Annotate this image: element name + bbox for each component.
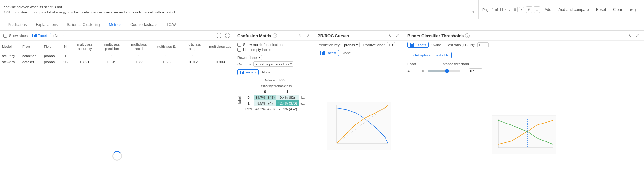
row0-model: sst2-tiny [0, 53, 21, 59]
matrix-empty1 [236, 89, 243, 95]
metrics-table-container: Model From Field N multiclass accuracy m… [0, 41, 234, 118]
col-header-field: Field [42, 41, 60, 53]
binary-facets-icon [410, 43, 414, 47]
cols-chevron: ▾ [290, 62, 292, 66]
get-optimal-button[interactable]: Get optimal thresholds [411, 52, 452, 58]
row1-aucpr: 0.912 [180, 59, 207, 65]
copy-icon[interactable]: ⎘ [526, 6, 532, 13]
metrics-expand-icon[interactable]: ⛶ [216, 33, 222, 38]
loading-spinner [112, 151, 122, 161]
page-next-btn[interactable]: › [509, 7, 511, 12]
binary-title: Binary Classifier Thresholds [407, 33, 464, 38]
matrix-row-0: 0 [243, 95, 254, 100]
matrix-total-empty [236, 106, 243, 112]
rows-chevron: ▾ [258, 56, 260, 60]
binary-shrink-icon[interactable]: ⤡ [627, 33, 633, 38]
top-right-controls: Page 1 of 11 ‹ › ⊞ ⤢ ⎘ ↓ Add Add and com… [479, 0, 644, 19]
pred-key-select[interactable]: probas ▾ [343, 42, 360, 47]
page-expand-icon[interactable]: ⤢ [519, 7, 524, 12]
pos-label-label: Positive label: [363, 43, 385, 47]
binary-facets-btn[interactable]: Facets [407, 42, 429, 48]
confusion-controls: Show matrix for selection Hide empty lab… [234, 41, 314, 54]
metrics-fullscreen-icon[interactable]: ⛶ [224, 33, 231, 38]
metrics-facets-btn[interactable]: Facets [30, 33, 51, 38]
confusion-facets-row: Facets : None [234, 68, 314, 76]
binary-none-label: : None [431, 43, 441, 47]
sort-desc-icon[interactable]: ↓ [638, 7, 640, 12]
binary-help-icon[interactable]: ? [465, 33, 470, 38]
show-matrix-row: Show matrix for selection [237, 43, 311, 47]
matrix-cell-10: 8.5% (74) [254, 100, 276, 106]
text-content-area: convincing even when its script is not .… [0, 0, 479, 19]
confusion-help-icon[interactable]: ? [273, 33, 277, 38]
binary-classifier-panel: Binary Classifier Thresholds ? ⤡ ⤢ Facet… [404, 31, 644, 188]
binary-panel-icons: ⤡ ⤢ [627, 33, 640, 38]
sort-icons: ⇔ ↑ ↓ [629, 7, 640, 12]
matrix-row1-extra: 5… [299, 100, 307, 106]
row0-f1: 1 [153, 53, 180, 59]
confusion-expand-icon[interactable]: ⤢ [305, 33, 311, 38]
row0-aucpr: 1 [180, 53, 207, 59]
metrics-facets-label: Facets [38, 34, 48, 38]
columns-icon[interactable]: ⇔ [629, 7, 633, 12]
threshold-value-input[interactable] [469, 68, 482, 73]
rows-select[interactable]: label ▾ [249, 55, 262, 60]
cost-ratio-input[interactable] [477, 42, 489, 47]
matrix-corner-empty2 [243, 83, 254, 89]
tab-tcav[interactable]: TCAV [162, 20, 180, 30]
rows-selector: Rows: label ▾ [237, 55, 311, 60]
show-matrix-checkbox[interactable] [237, 43, 241, 47]
tab-counterfactuals[interactable]: Counterfactuals [126, 20, 161, 30]
row-number: 128 [4, 10, 13, 14]
binary-facets-label: Facets [416, 43, 426, 47]
matrix-total-label: Total [243, 106, 254, 112]
facet-col-header: Facet [407, 62, 423, 66]
show-slices-checkbox[interactable] [3, 34, 7, 38]
prroc-expand-icon[interactable]: ⤢ [395, 33, 401, 38]
prroc-facets-icon [320, 51, 325, 55]
row1-f1: 0.826 [153, 59, 180, 65]
confusion-facets-btn[interactable]: Facets [237, 69, 259, 75]
confusion-shrink-icon[interactable]: ⤡ [297, 33, 303, 38]
tab-explanations[interactable]: Explanations [32, 20, 62, 30]
threshold-slider-thumb[interactable] [445, 69, 449, 73]
confusion-row-col-selectors: Rows: label ▾ Columns: sst2-tiny:probas:… [234, 54, 314, 68]
download-icon[interactable]: ↓ [534, 6, 540, 13]
row1-n: 872 [60, 59, 72, 65]
confusion-none-label: : None [260, 70, 270, 74]
pos-label-select[interactable]: 1 ▾ [387, 42, 395, 47]
prroc-shrink-icon[interactable]: ⤡ [387, 33, 393, 38]
matrix-data-row-1: 1 8.5% (74) 42.4% (370) 5… [236, 100, 307, 106]
threshold-slider-track[interactable] [428, 70, 460, 72]
page-grid-icon[interactable]: ⊞ [513, 7, 518, 12]
sort-asc-icon[interactable]: ↑ [634, 7, 637, 12]
row1-recall: 0.833 [125, 59, 152, 65]
col-header-mc-accuracy: multiclass accuracy [71, 41, 98, 53]
pred-key-value: probas [344, 43, 355, 47]
confusion-matrix-panel: Confusion Matrix ? ⤡ ⤢ Show matrix for s… [234, 31, 314, 188]
metrics-table: Model From Field N multiclass accuracy m… [0, 41, 234, 65]
page-current: 1 [492, 8, 494, 12]
page-prev-btn[interactable]: ‹ [504, 7, 507, 12]
row1-auc: 0.903 [207, 59, 234, 65]
pos-label-value: 1 [389, 43, 391, 47]
add-button[interactable]: Add [542, 6, 554, 13]
hide-empty-checkbox[interactable] [237, 48, 241, 52]
cols-select[interactable]: sst2-tiny:probas:class ▾ [253, 61, 293, 67]
binary-chart-area [404, 75, 644, 188]
rows-label: Rows: [237, 56, 247, 60]
matrix-row-1: 1 [243, 100, 254, 106]
tab-salience-clustering[interactable]: Salience Clustering [63, 20, 104, 30]
binary-expand-icon[interactable]: ⤢ [635, 33, 640, 38]
reset-button[interactable]: Reset [593, 6, 608, 13]
add-compare-button[interactable]: Add and compare [556, 6, 591, 13]
col-header-mc-auc: multiclass auc [207, 41, 234, 53]
prroc-chart-area [314, 57, 404, 188]
tab-metrics[interactable]: Metrics [105, 20, 125, 30]
clear-button[interactable]: Clear [610, 6, 625, 13]
row0-auc: - [207, 53, 234, 59]
hide-empty-label: Hide empty labels [243, 48, 271, 52]
tab-predictions[interactable]: Predictions [4, 20, 30, 30]
prroc-facets-btn[interactable]: Facets [318, 50, 339, 56]
binary-panel-header: Binary Classifier Thresholds ? ⤡ ⤢ [404, 31, 644, 41]
